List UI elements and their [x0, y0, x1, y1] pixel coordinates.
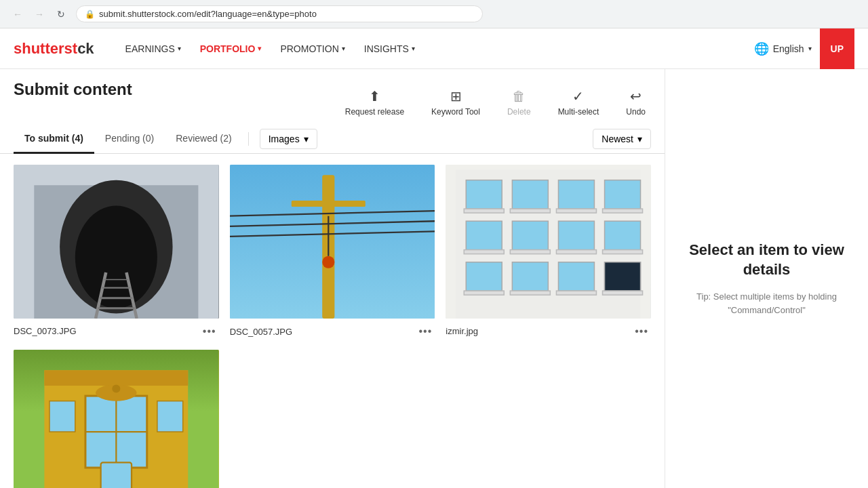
upload-button[interactable]: UP — [820, 28, 854, 69]
keyword-tool-icon: ⊞ — [450, 88, 462, 104]
svg-rect-22 — [513, 180, 549, 209]
svg-rect-56 — [101, 462, 132, 488]
portfolio-chevron: ▾ — [258, 45, 261, 52]
svg-rect-29 — [467, 221, 502, 249]
svg-rect-21 — [467, 180, 502, 209]
image-thumb-2 — [230, 165, 435, 319]
image-footer-1: DSC_0073.JPG ••• — [14, 324, 219, 339]
undo-button[interactable]: ↩ Undo — [620, 85, 651, 119]
svg-point-53 — [112, 384, 120, 392]
promotion-chevron: ▾ — [342, 45, 345, 52]
language-selector[interactable]: 🌐 English ▾ — [754, 41, 812, 56]
svg-rect-41 — [605, 262, 641, 291]
image-card-1[interactable]: DSC_0073.JPG ••• — [14, 165, 219, 339]
request-release-icon: ⬆ — [369, 88, 380, 104]
lock-icon: 🔒 — [85, 9, 95, 19]
logo-ck: ck — [77, 40, 94, 57]
svg-rect-43 — [511, 291, 551, 295]
image-name-2: DSC_0057.JPG — [230, 327, 293, 337]
svg-rect-34 — [511, 250, 551, 254]
tabs-filter-row: To submit (4) Pending (0) Reviewed (2) I… — [0, 125, 665, 154]
images-filter-dropdown[interactable]: Images ▾ — [260, 129, 317, 149]
svg-rect-25 — [465, 209, 505, 213]
nav-promotion[interactable]: PROMOTION ▾ — [271, 28, 354, 69]
svg-rect-44 — [557, 291, 597, 295]
left-panel: Submit content ⬆ Request release ⊞ Keywo… — [0, 69, 665, 488]
tab-separator — [248, 132, 249, 146]
content-header: Submit content ⬆ Request release ⊞ Keywo… — [0, 69, 665, 125]
svg-rect-31 — [559, 221, 595, 249]
pole-svg — [230, 165, 435, 319]
keyword-tool-button[interactable]: ⊞ Keyword Tool — [426, 85, 486, 119]
sort-dropdown[interactable]: Newest ▾ — [593, 129, 651, 149]
page-title: Submit content — [14, 80, 132, 99]
forward-button[interactable]: → — [30, 5, 49, 24]
more-button-2[interactable]: ••• — [416, 324, 435, 339]
multiselect-button[interactable]: ✓ Multi-select — [553, 85, 605, 119]
svg-rect-24 — [605, 180, 641, 209]
svg-rect-55 — [157, 401, 183, 432]
svg-rect-35 — [557, 250, 597, 254]
right-panel: Select an item to view details Tip: Sele… — [665, 69, 868, 488]
more-button-3[interactable]: ••• — [632, 324, 651, 339]
request-release-button[interactable]: ⬆ Request release — [340, 85, 410, 119]
image-card-3[interactable]: izmir.jpg ••• — [446, 165, 651, 339]
images-filter-chevron: ▾ — [304, 134, 309, 144]
address-bar[interactable]: 🔒 submit.shutterstock.com/edit?language=… — [76, 5, 483, 22]
image-name-3: izmir.jpg — [446, 326, 478, 336]
svg-point-3 — [75, 206, 157, 308]
svg-rect-32 — [605, 221, 641, 249]
sort-chevron: ▾ — [637, 134, 642, 144]
nav-portfolio[interactable]: PORTFOLIO ▾ — [191, 28, 271, 69]
svg-rect-45 — [603, 291, 643, 295]
yellow-building-svg — [14, 350, 219, 488]
svg-point-17 — [322, 256, 334, 268]
back-button[interactable]: ← — [8, 5, 27, 24]
svg-rect-33 — [465, 250, 505, 254]
main-nav: EARNINGS ▾ PORTFOLIO ▾ PROMOTION ▾ INSIG… — [116, 28, 425, 69]
svg-rect-39 — [559, 262, 595, 291]
tab-to-submit[interactable]: To submit (4) — [14, 125, 94, 154]
delete-icon: 🗑 — [512, 89, 526, 104]
toolbar: ⬆ Request release ⊞ Keyword Tool 🗑 Delet… — [340, 80, 651, 125]
image-grid: DSC_0073.JPG ••• — [0, 154, 665, 488]
image-name-1: DSC_0073.JPG — [14, 326, 77, 336]
tabs-group: To submit (4) Pending (0) Reviewed (2) — [14, 125, 243, 153]
logo[interactable]: shutterstck — [14, 40, 94, 58]
earnings-chevron: ▾ — [178, 45, 181, 52]
image-footer-3: izmir.jpg ••• — [446, 324, 651, 339]
delete-button[interactable]: 🗑 Delete — [502, 86, 536, 119]
browser-chrome: ← → ↻ 🔒 submit.shutterstock.com/edit?lan… — [0, 0, 868, 28]
svg-rect-38 — [513, 262, 549, 291]
image-thumb-3 — [446, 165, 651, 319]
svg-rect-27 — [557, 209, 597, 213]
image-card-2[interactable]: DSC_0057.JPG ••• — [230, 165, 435, 339]
svg-rect-37 — [467, 262, 502, 291]
svg-rect-26 — [511, 209, 551, 213]
svg-rect-23 — [559, 180, 595, 209]
image-thumb-4 — [14, 350, 219, 488]
svg-rect-42 — [465, 291, 505, 295]
tab-pending[interactable]: Pending (0) — [94, 125, 165, 154]
insights-chevron: ▾ — [412, 45, 415, 52]
tunnel-svg — [14, 165, 219, 319]
building-svg — [446, 165, 651, 319]
multiselect-icon: ✓ — [572, 88, 584, 104]
app-header: shutterstck EARNINGS ▾ PORTFOLIO ▾ PROMO… — [0, 28, 868, 69]
nav-insights[interactable]: INSIGHTS ▾ — [355, 28, 425, 69]
nav-buttons: ← → ↻ — [8, 5, 71, 24]
image-footer-2: DSC_0057.JPG ••• — [230, 324, 435, 339]
svg-rect-48 — [44, 370, 188, 386]
image-card-4[interactable]: DSC0095.JPG ••• — [14, 350, 219, 488]
tab-reviewed[interactable]: Reviewed (2) — [165, 125, 242, 154]
svg-rect-30 — [513, 221, 549, 249]
select-title: Select an item to view details — [679, 241, 854, 279]
svg-rect-54 — [50, 401, 75, 432]
refresh-button[interactable]: ↻ — [52, 5, 71, 24]
logo-shutter: shutterst — [14, 40, 77, 57]
image-thumb-1 — [14, 165, 219, 319]
more-button-1[interactable]: ••• — [200, 324, 219, 339]
nav-earnings[interactable]: EARNINGS ▾ — [116, 28, 191, 69]
url-text: submit.shutterstock.com/edit?language=en… — [99, 9, 317, 19]
svg-rect-36 — [603, 250, 643, 254]
